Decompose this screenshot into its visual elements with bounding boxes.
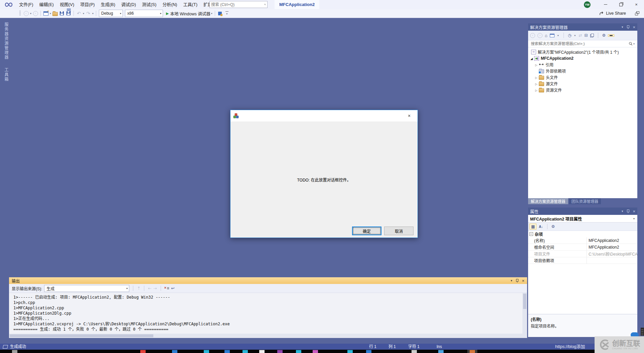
- debug-target-dropdown-icon[interactable]: ▾: [211, 12, 212, 15]
- expander-icon[interactable]: [529, 56, 534, 60]
- window-position-icon[interactable]: ▾: [511, 279, 512, 282]
- word-wrap-button[interactable]: ↩: [171, 286, 175, 291]
- menu-item[interactable]: 项目(P): [77, 0, 98, 9]
- expander-icon[interactable]: [534, 75, 538, 79]
- property-value[interactable]: MFCApplication2: [587, 244, 637, 250]
- previous-message-button[interactable]: ⇠: [148, 286, 151, 290]
- menu-item[interactable]: 调试(D): [118, 0, 139, 9]
- toolbar-overflow-button[interactable]: ▾: [225, 11, 228, 15]
- user-avatar[interactable]: YW: [584, 1, 591, 8]
- properties-wrench-icon[interactable]: ⚙: [602, 33, 606, 37]
- solution-explorer-search-box[interactable]: ▾: [528, 40, 637, 47]
- dialog-title-bar[interactable]: ×: [230, 110, 418, 121]
- left-tab-server-explorer[interactable]: 服务器资源管理器: [0, 19, 9, 63]
- new-project-button[interactable]: [43, 10, 49, 17]
- tree-item[interactable]: 资源文件: [528, 87, 637, 93]
- feedback-icon[interactable]: [635, 11, 639, 15]
- window-position-icon[interactable]: ▾: [622, 25, 623, 29]
- left-tab-toolbox[interactable]: 工具箱: [0, 64, 9, 85]
- window-position-icon[interactable]: ▾: [622, 210, 623, 213]
- property-value[interactable]: C:\Users\翁\Desktop\MFCApp: [587, 251, 637, 257]
- start-debugging-button[interactable]: ▶: [166, 11, 169, 16]
- new-project-dropdown-icon[interactable]: ▾: [50, 12, 51, 15]
- taskbar-app-icon[interactable]: [313, 350, 318, 353]
- quick-search-box[interactable]: [209, 1, 268, 8]
- taskbar-app-icon[interactable]: [366, 350, 371, 353]
- save-all-button[interactable]: [65, 10, 71, 17]
- switch-views-icon[interactable]: [550, 34, 554, 37]
- cancel-button[interactable]: 取消: [384, 227, 414, 235]
- undo-dropdown-icon[interactable]: ▾: [83, 12, 84, 15]
- preview-selected-items-icon[interactable]: [590, 34, 594, 37]
- back-icon[interactable]: ‹: [530, 33, 535, 38]
- close-button[interactable]: ×: [629, 0, 644, 9]
- show-all-files-button[interactable]: [608, 34, 614, 37]
- ok-button[interactable]: 确定: [352, 227, 381, 235]
- tree-item[interactable]: 源文件: [528, 80, 637, 87]
- menu-item[interactable]: 生成(B): [98, 0, 118, 9]
- taskbar-app-icon[interactable]: [347, 350, 353, 353]
- output-vertical-scrollbar[interactable]: [522, 293, 527, 334]
- platform-dropdown[interactable]: x86▾: [125, 10, 163, 17]
- properties-object-dropdown[interactable]: MFCApplication2 项目属性 ▾: [528, 215, 637, 223]
- taskbar-app-icon[interactable]: [12, 350, 17, 353]
- taskbar-app-icon[interactable]: [296, 350, 301, 353]
- taskbar-app-icon[interactable]: [259, 350, 265, 353]
- tree-item[interactable]: 外部依赖项: [528, 68, 637, 74]
- close-icon[interactable]: ×: [633, 25, 635, 29]
- expander-icon[interactable]: [534, 63, 538, 67]
- categorized-button[interactable]: ▦: [529, 224, 536, 230]
- sync-with-active-document-icon[interactable]: ⇄: [579, 33, 582, 37]
- debug-target-label[interactable]: 本地 Windows 调试器: [170, 10, 210, 17]
- home-icon[interactable]: ⌂: [545, 33, 547, 38]
- taskbar-app-icon[interactable]: [224, 350, 230, 353]
- tab-solution-explorer[interactable]: 解决方案资源管理器: [528, 198, 568, 204]
- forward-icon[interactable]: ›: [537, 33, 542, 38]
- undo-button[interactable]: ↶: [76, 10, 82, 17]
- redo-dropdown-icon[interactable]: ▾: [92, 12, 94, 15]
- taskbar-app-icon[interactable]: [243, 350, 248, 353]
- property-value[interactable]: MFCApplication2: [587, 237, 637, 244]
- clear-all-button[interactable]: [165, 286, 169, 290]
- tree-item[interactable]: 头文件: [528, 74, 637, 80]
- chevron-down-icon[interactable]: ▾: [574, 34, 576, 37]
- taskbar-app-icon[interactable]: [277, 350, 283, 353]
- property-category-row[interactable]: 杂项: [528, 231, 637, 237]
- save-button[interactable]: [59, 10, 65, 17]
- menu-item[interactable]: 文件(F): [16, 0, 36, 9]
- output-horizontal-scrollbar[interactable]: [9, 334, 527, 338]
- close-icon[interactable]: ×: [633, 209, 635, 214]
- attach-button[interactable]: [217, 10, 223, 17]
- tree-item[interactable]: 引用: [528, 61, 637, 68]
- collapse-icon[interactable]: [529, 232, 533, 236]
- back-dropdown-icon[interactable]: ▾: [30, 12, 31, 15]
- tab-team-explorer[interactable]: 团队资源管理器: [569, 198, 601, 204]
- dialog-close-button[interactable]: ×: [404, 110, 415, 121]
- quick-search-input[interactable]: [210, 2, 264, 7]
- chevron-down-icon[interactable]: ▾: [633, 42, 635, 45]
- navigate-back-button[interactable]: ‹: [23, 10, 29, 17]
- pin-icon[interactable]: [515, 279, 518, 283]
- taskbar-app-icon[interactable]: [438, 350, 444, 353]
- pending-changes-filter-icon[interactable]: ◷: [568, 33, 571, 37]
- navigate-forward-button[interactable]: ›: [32, 10, 38, 17]
- taskbar-app-icon[interactable]: [172, 350, 177, 353]
- expander-icon[interactable]: [534, 88, 538, 92]
- minimize-button[interactable]: [598, 0, 613, 9]
- tree-item[interactable]: MFCApplication2: [528, 55, 637, 61]
- close-icon[interactable]: ×: [522, 279, 524, 283]
- property-value[interactable]: [587, 257, 637, 264]
- restore-button[interactable]: [613, 0, 629, 9]
- chevron-down-icon[interactable]: ▾: [557, 34, 559, 37]
- taskbar-app-icon[interactable]: [412, 350, 417, 353]
- menu-item[interactable]: 视图(V): [57, 0, 77, 9]
- toolbar-drag-handle[interactable]: [19, 11, 21, 16]
- taskbar-app-icon[interactable]: [470, 350, 475, 353]
- configuration-dropdown[interactable]: Debug▾: [99, 10, 123, 17]
- alphabetical-sort-icon[interactable]: A↓: [539, 225, 543, 229]
- redo-button[interactable]: ↷: [85, 10, 91, 17]
- menu-item[interactable]: 工具(T): [180, 0, 200, 9]
- menu-item[interactable]: 测试(S): [139, 0, 159, 9]
- output-source-dropdown[interactable]: 生成▾: [44, 285, 129, 292]
- pin-icon[interactable]: [626, 25, 629, 29]
